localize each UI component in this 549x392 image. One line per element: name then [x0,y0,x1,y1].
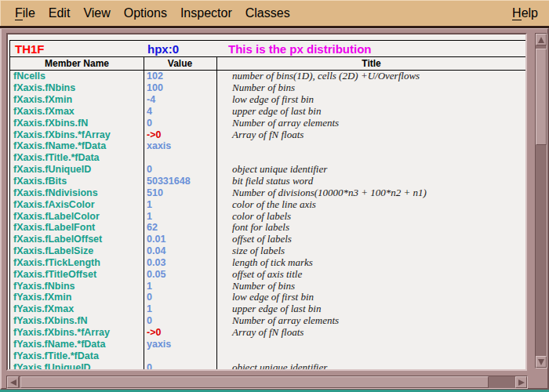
table-row[interactable]: fXaxis.fTitleOffset0.05offset of axis ti… [10,268,526,280]
value-cell: 0.01 [144,234,216,245]
scroll-up-button[interactable] [536,34,547,45]
table-row[interactable]: fYaxis.fTitle.*fData [10,350,526,361]
title-cell: upper edge of last bin [216,105,526,118]
member-name-cell: fYaxis.fTitle.*fData [10,350,144,361]
table-rows: fNcells102number of bins(1D), cells (2D)… [10,71,526,371]
member-name-cell: fXaxis.fNdivisions [10,187,144,198]
title-cell: object unique identifier [216,361,526,371]
title-cell: low edge of first bin [216,93,526,106]
value-cell: ->0 [144,327,216,338]
scroll-down-button[interactable] [536,356,547,368]
inspector-panel: TH1F hpx:0 This is the px distribution M… [6,33,527,371]
table-row[interactable]: fXaxis.fAxisColor1color of the line axis [10,198,526,210]
title-cell: upper edge of last bin [216,303,526,315]
title-cell: Number of bins [216,82,526,94]
table-row[interactable]: fYaxis.fXbins.*fArray->0Array of fN floa… [10,327,526,339]
value-cell: 0 [144,118,216,129]
member-name-cell: fXaxis.fUniqueID [10,164,144,175]
table-row[interactable]: fXaxis.fBits50331648bit field status wor… [10,176,526,187]
value-cell: 50331648 [144,176,216,187]
table-row[interactable]: fXaxis.fNbins100Number of bins [10,82,526,94]
menu-item-inspector[interactable]: Inspector [180,6,232,20]
member-name-cell: fYaxis.fXmax [10,303,144,314]
value-cell: 1 [144,199,216,210]
title-cell: offset of labels [216,233,526,245]
table-row[interactable]: fXaxis.fNdivisions510Number of divisions… [10,187,526,198]
column-divider-1 [144,57,144,371]
table-row[interactable]: fYaxis.fXmax1upper edge of last bin [10,303,526,315]
vertical-scroll-thumb[interactable] [536,49,547,145]
menu-bar: FileEditViewOptionsInspectorClassesHelp [0,0,549,26]
menu-hotkey-letter: F [15,6,23,20]
table-row[interactable]: fXaxis.fXmax4upper edge of last bin [10,106,526,118]
member-name-cell: fYaxis.fName.*fData [10,339,144,350]
title-cell: color of the line axis [216,198,526,211]
member-name-cell: fYaxis.fXbins.*fArray [10,327,144,338]
table-row[interactable]: fNcells102number of bins(1D), cells (2D)… [10,71,526,82]
menu-item-edit[interactable]: Edit [49,6,71,20]
table-row[interactable]: fYaxis.fName.*fDatayaxis [10,338,526,350]
table-row[interactable]: fYaxis.fUniqueID0object unique identifie… [10,361,526,371]
menu-item-view[interactable]: View [83,6,110,20]
right-arrow-icon [518,379,525,386]
value-cell: 1 [144,211,216,222]
value-cell: 1 [144,303,216,314]
member-name-cell: fXaxis.fAxisColor [10,199,144,210]
inspector-table: TH1F hpx:0 This is the px distribution M… [9,40,526,371]
menu-item-classes[interactable]: Classes [245,6,290,20]
table-row[interactable]: fXaxis.fLabelOffset0.01offset of labels [10,234,526,245]
value-cell: yaxis [144,339,216,350]
menu-item-file[interactable]: File [15,6,35,20]
member-name-cell: fXaxis.fXmax [10,106,144,117]
table-row[interactable]: fXaxis.fXmin-4low edge of first bin [10,94,526,106]
value-cell: 1 [144,281,216,292]
table-row[interactable]: fXaxis.fName.*fDataxaxis [10,140,526,152]
vertical-scrollbar[interactable] [535,33,547,368]
title-cell: offset of axis title [216,268,526,281]
value-cell: 0 [144,164,216,175]
value-cell: 0.05 [144,269,216,280]
scroll-left-button[interactable] [7,376,19,388]
menu-item-help[interactable]: Help [512,6,538,20]
table-row[interactable]: fXaxis.fXbins.*fArray->0Array of fN floa… [10,129,526,140]
column-divider-2 [216,57,217,371]
left-arrow-icon [10,379,16,386]
table-row[interactable]: fXaxis.fTitle.*fData [10,152,526,164]
title-cell: bit field status word [216,175,526,187]
value-cell: -4 [144,94,216,105]
value-cell: 0 [144,362,216,371]
member-name-cell: fYaxis.fUniqueID [10,362,144,371]
member-name-cell: fNcells [10,71,144,82]
member-name-cell: fXaxis.fLabelFont [10,222,144,233]
scroll-right-button[interactable] [515,376,527,388]
horizontal-scrollbar[interactable] [6,376,528,389]
table-row[interactable]: fYaxis.fNbins1Number of bins [10,280,526,292]
column-header-member-name: Member Name [10,58,144,69]
member-name-cell: fYaxis.fNbins [10,281,144,292]
title-cell: Number of array elements [216,117,526,129]
table-row[interactable]: fXaxis.fUniqueID0object unique identifie… [10,164,526,176]
member-name-cell: fXaxis.fXbins.fN [10,118,144,129]
menu-item-options[interactable]: Options [124,6,167,20]
member-name-cell: fXaxis.fNbins [10,82,144,93]
table-row[interactable]: fYaxis.fXmin0low edge of first bin [10,292,526,303]
column-header-title: Title [216,58,526,69]
table-row[interactable]: fXaxis.fXbins.fN0Number of array element… [10,117,526,129]
value-cell: ->0 [144,129,216,140]
value-cell: 510 [144,187,216,198]
value-cell: xaxis [144,140,216,151]
title-cell: length of tick marks [216,256,526,269]
value-cell: 0.03 [144,257,216,268]
title-cell: number of bins(1D), cells (2D) +U/Overfl… [216,70,526,82]
table-row[interactable]: fXaxis.fLabelSize0.04size of labels [10,245,526,257]
title-cell: font for labels [216,221,526,234]
value-cell: 0.04 [144,245,216,256]
table-row[interactable]: fXaxis.fTickLength0.03length of tick mar… [10,257,526,269]
table-row[interactable]: fYaxis.fXbins.fN0Number of array element… [10,315,526,327]
table-row[interactable]: fXaxis.fLabelColor1color of labels [10,210,526,222]
title-cell: Number of bins [216,280,526,292]
down-arrow-icon [538,359,544,365]
table-row[interactable]: fXaxis.fLabelFont62font for labels [10,222,526,234]
horizontal-scroll-thumb[interactable] [20,376,489,388]
member-name-cell: fYaxis.fXmin [10,292,144,303]
